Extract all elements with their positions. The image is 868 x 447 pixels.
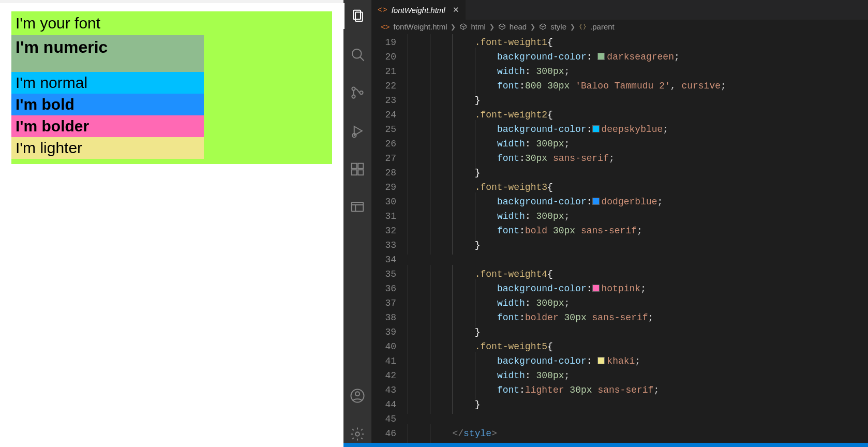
- app-root: I'm your font I'm numeric I'm normal I'm…: [0, 0, 868, 447]
- line-number: 33: [371, 238, 396, 252]
- code-line[interactable]: width: 300px;: [408, 209, 798, 224]
- svg-rect-13: [352, 202, 364, 212]
- line-number: 22: [371, 79, 396, 93]
- breadcrumb-head[interactable]: head: [510, 22, 527, 31]
- tab-fontweight-html[interactable]: <> fontWeight.html ✕: [371, 0, 466, 20]
- code-line[interactable]: font:lighter 30px sans-serif;: [408, 383, 798, 397]
- svg-rect-10: [352, 170, 357, 175]
- code-line[interactable]: .font-weight5{: [408, 339, 798, 354]
- line-number: 24: [371, 108, 396, 122]
- line-number: 30: [371, 195, 396, 209]
- line-number: 25: [371, 122, 396, 137]
- explorer-icon[interactable]: [343, 3, 371, 29]
- line-number: 23: [371, 93, 396, 108]
- extensions-icon[interactable]: [343, 156, 371, 182]
- line-number: 21: [371, 64, 396, 79]
- line-number: 26: [371, 137, 396, 151]
- chevron-right-icon: ❯: [451, 23, 456, 31]
- editor-column: <> fontWeight.html ✕ <> fontWeight.html …: [371, 0, 868, 447]
- run-debug-icon[interactable]: [343, 118, 371, 144]
- code-line[interactable]: }: [408, 238, 798, 252]
- svg-point-4: [352, 87, 355, 90]
- code-line[interactable]: .font-weight1{: [408, 35, 798, 50]
- breadcrumbs[interactable]: <> fontWeight.html ❯ html ❯ head ❯ style…: [371, 20, 868, 34]
- code-line[interactable]: }: [408, 93, 798, 108]
- code-line[interactable]: }: [408, 166, 798, 180]
- svg-line-21: [463, 25, 467, 27]
- preview-row-normal: I'm normal: [11, 72, 204, 94]
- css-rule-icon: [579, 22, 587, 31]
- svg-line-20: [460, 25, 463, 27]
- line-number: 39: [371, 325, 396, 339]
- account-icon[interactable]: [343, 383, 371, 409]
- line-number: 38: [371, 310, 396, 325]
- preview-row-bold: I'm bold: [11, 94, 204, 115]
- code-line[interactable]: background-color:dodgerblue;: [408, 195, 798, 209]
- svg-point-6: [360, 91, 363, 94]
- svg-rect-12: [358, 163, 363, 169]
- code-line[interactable]: font:bold 30px sans-serif;: [408, 224, 798, 238]
- preview-parent-title: I'm your font: [11, 11, 332, 35]
- code-line[interactable]: .font-weight4{: [408, 267, 798, 281]
- code-content[interactable]: .font-weight1{ background-color: darksea…: [408, 34, 798, 447]
- search-icon[interactable]: [343, 41, 371, 67]
- svg-rect-9: [352, 163, 357, 169]
- breadcrumb-file[interactable]: fontWeight.html: [394, 22, 447, 31]
- preview-panel-icon[interactable]: [343, 195, 371, 220]
- code-line[interactable]: .font-weight3{: [408, 180, 798, 195]
- line-number: 44: [371, 397, 396, 412]
- symbol-icon: [459, 22, 467, 31]
- preview-row-numeric: I'm numeric: [11, 35, 204, 72]
- code-line[interactable]: </style>: [408, 426, 798, 441]
- line-number-gutter: 1920212223242526272829303132333435363738…: [371, 34, 408, 447]
- svg-line-29: [543, 25, 546, 27]
- code-line[interactable]: background-color:deepskyblue;: [408, 122, 798, 137]
- svg-line-25: [502, 25, 505, 27]
- chevron-right-icon: ❯: [570, 23, 575, 31]
- line-number: 28: [371, 166, 396, 180]
- code-line[interactable]: [408, 412, 798, 426]
- line-number: 36: [371, 281, 396, 296]
- line-number: 37: [371, 296, 396, 310]
- line-number: 35: [371, 267, 396, 281]
- line-number: 20: [371, 50, 396, 64]
- chevron-right-icon: ❯: [489, 23, 495, 31]
- code-line[interactable]: width: 300px;: [408, 296, 798, 310]
- code-editor[interactable]: 1920212223242526272829303132333435363738…: [371, 34, 868, 447]
- line-number: 42: [371, 368, 396, 383]
- browser-preview: I'm your font I'm numeric I'm normal I'm…: [0, 0, 343, 447]
- code-line[interactable]: font:bolder 30px sans-serif;: [408, 310, 798, 325]
- close-icon[interactable]: ✕: [453, 5, 459, 14]
- code-line[interactable]: [408, 252, 798, 267]
- minimap[interactable]: [798, 34, 868, 447]
- status-bar[interactable]: [343, 443, 868, 447]
- code-line[interactable]: background-color: khaki;: [408, 354, 798, 368]
- line-number: 40: [371, 339, 396, 354]
- code-line[interactable]: .font-weight2{: [408, 108, 798, 122]
- code-line[interactable]: background-color: darkseagreen;: [408, 50, 798, 64]
- line-number: 46: [371, 426, 396, 441]
- breadcrumb-parent[interactable]: .parent: [590, 22, 615, 31]
- code-line[interactable]: width: 300px;: [408, 64, 798, 79]
- breadcrumb-style[interactable]: style: [550, 22, 566, 31]
- line-number: 19: [371, 35, 396, 50]
- activity-bar: [343, 0, 371, 447]
- code-line[interactable]: width: 300px;: [408, 368, 798, 383]
- code-line[interactable]: font:30px sans-serif;: [408, 151, 798, 166]
- line-number: 29: [371, 180, 396, 195]
- svg-point-17: [355, 392, 360, 396]
- code-line[interactable]: }: [408, 397, 798, 412]
- svg-rect-11: [358, 170, 363, 175]
- line-number: 27: [371, 151, 396, 166]
- html-file-icon: <>: [378, 6, 387, 14]
- code-line[interactable]: background-color:hotpink;: [408, 281, 798, 296]
- source-control-icon[interactable]: [343, 80, 371, 106]
- tab-bar: <> fontWeight.html ✕: [371, 0, 868, 20]
- code-line[interactable]: font:800 30px 'Baloo Tammudu 2', cursive…: [408, 79, 798, 93]
- line-number: 34: [371, 252, 396, 267]
- breadcrumb-html[interactable]: html: [471, 22, 485, 31]
- code-line[interactable]: }: [408, 325, 798, 339]
- svg-point-2: [352, 49, 362, 58]
- code-line[interactable]: width: 300px;: [408, 137, 798, 151]
- svg-rect-0: [353, 10, 361, 20]
